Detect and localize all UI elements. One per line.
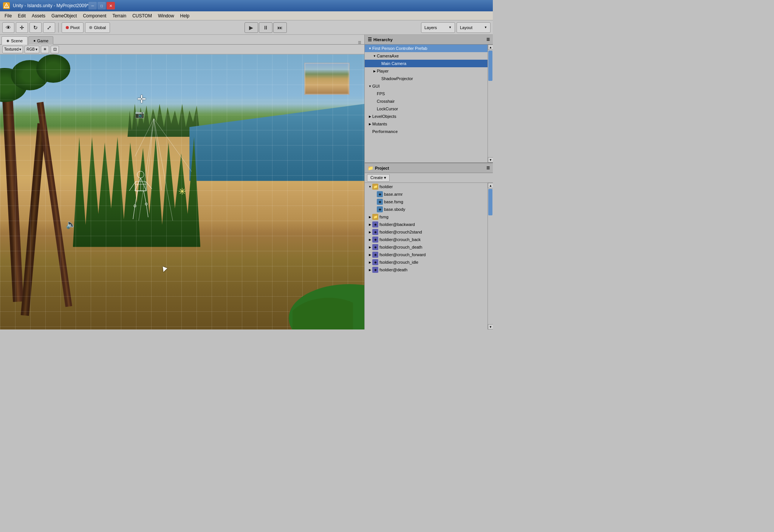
crosshair-label: Crosshair bbox=[377, 99, 395, 104]
proj-item-crouch-forward[interactable]: ▶ ◈ fsoldier@crouch_forward bbox=[365, 251, 488, 258]
game-tab-icon: ● bbox=[33, 39, 36, 43]
crouch2stand-label: fsoldier@crouch2stand bbox=[379, 230, 422, 234]
create-label: Create ▾ bbox=[370, 175, 386, 180]
left-panel: ◈ Scene ● Game ☰ Textured ▾ RGB ▾ ☀ ⊡ bbox=[0, 35, 364, 329]
textured-select[interactable]: Textured ▾ bbox=[2, 46, 23, 53]
project-menu[interactable]: ☰ bbox=[486, 166, 490, 170]
crouch-death-label: fsoldier@crouch_death bbox=[379, 245, 422, 249]
base-armr-icon: ◈ bbox=[377, 191, 383, 197]
hier-item-levelobjects[interactable]: ▶ LevelObjects bbox=[365, 113, 488, 120]
crouch-back-icon: ◈ bbox=[372, 237, 378, 243]
player-arrow: ▶ bbox=[372, 70, 377, 73]
crouch-death-icon: ◈ bbox=[372, 244, 378, 250]
hier-scroll-down[interactable]: ▼ bbox=[488, 157, 493, 162]
layers-dropdown[interactable]: Layers ▼ bbox=[421, 22, 455, 33]
global-button[interactable]: Global bbox=[85, 22, 110, 33]
step-button[interactable]: ⏭ bbox=[273, 22, 287, 33]
menu-assets[interactable]: Assets bbox=[29, 12, 48, 19]
proj-scroll-up[interactable]: ▲ bbox=[488, 183, 493, 188]
proj-scroll-track[interactable] bbox=[488, 188, 493, 324]
project-title: Project bbox=[375, 166, 389, 170]
hier-scroll-thumb[interactable] bbox=[488, 51, 492, 81]
menu-custom[interactable]: CUSTOM bbox=[129, 12, 155, 19]
proj-item-fsoldier-backward[interactable]: ▶ ◈ fsoldier@backward bbox=[365, 221, 488, 228]
close-button[interactable]: ✕ bbox=[107, 2, 115, 9]
menu-file[interactable]: File bbox=[2, 12, 15, 19]
menu-terrain[interactable]: Terrain bbox=[109, 12, 129, 19]
menu-edit[interactable]: Edit bbox=[15, 12, 29, 19]
hierarchy-header: ☰ Hierarchy ☰ bbox=[365, 35, 493, 45]
maincamera-label: Main Camera bbox=[381, 61, 406, 66]
pause-button[interactable]: ⏸ bbox=[259, 22, 272, 33]
proj-item-base-fsmg[interactable]: ◈ base.fsmg bbox=[365, 198, 488, 206]
hier-item-cameraaxe[interactable]: ▼ CameraAxe bbox=[365, 52, 488, 60]
hier-scroll-track[interactable] bbox=[488, 50, 493, 157]
eye-tool-button[interactable]: 👁 bbox=[2, 22, 14, 33]
hier-item-gui[interactable]: ▼ GUI bbox=[365, 82, 488, 90]
performance-label: Performance bbox=[372, 129, 398, 134]
sun-btn[interactable]: ☀ bbox=[41, 46, 49, 53]
layout-dropdown[interactable]: Layout ▼ bbox=[457, 22, 491, 33]
base-sbody-label: base.sbody bbox=[384, 207, 405, 212]
pivot-button[interactable]: Pivot bbox=[62, 22, 84, 33]
hier-item-mutants[interactable]: ▶ Mutants bbox=[365, 120, 488, 128]
menu-window[interactable]: Window bbox=[155, 12, 177, 19]
levelobjects-label: LevelObjects bbox=[372, 114, 396, 119]
hier-item-lockcursor[interactable]: LockCursor bbox=[365, 105, 488, 113]
hier-item-fps[interactable]: FPS bbox=[365, 90, 488, 97]
proj-item-crouch-death[interactable]: ▶ ◈ fsoldier@crouch_death bbox=[365, 243, 488, 251]
svg-point-8 bbox=[137, 171, 144, 178]
proj-item-base-armr[interactable]: ◈ base.armr bbox=[365, 190, 488, 198]
proj-scroll-thumb[interactable] bbox=[488, 189, 492, 215]
tab-scene[interactable]: ◈ Scene bbox=[2, 36, 28, 45]
scene-tab-bar: ◈ Scene ● Game ☰ bbox=[0, 35, 364, 45]
tab-game[interactable]: ● Game bbox=[28, 36, 53, 45]
fsmg-folder-icon: 📁 bbox=[372, 214, 378, 220]
hier-scroll-up[interactable]: ▲ bbox=[488, 45, 493, 50]
crouch-idle-icon: ◈ bbox=[372, 259, 378, 265]
scale-tool-button[interactable]: ⤢ bbox=[43, 22, 55, 33]
proj-item-crouch-idle[interactable]: ▶ ◈ fsoldier@crouch_idle bbox=[365, 258, 488, 266]
create-button[interactable]: Create ▾ bbox=[367, 174, 390, 182]
hier-item-crosshair[interactable]: Crosshair bbox=[365, 97, 488, 105]
hier-item-fpcp[interactable]: ▼ First Person Controller Prefab bbox=[365, 45, 488, 52]
fps-label: FPS bbox=[377, 91, 385, 96]
death-label: fsoldier@death bbox=[379, 268, 407, 272]
menu-component[interactable]: Component bbox=[80, 12, 109, 19]
mini-preview bbox=[304, 63, 350, 95]
hier-item-shadowprojector[interactable]: ShadowProjector bbox=[365, 75, 488, 82]
scene-viewport[interactable]: 📷 bbox=[0, 54, 364, 329]
proj-item-fsoldier[interactable]: ▼ 📁 fsoldier bbox=[365, 183, 488, 190]
move-tool-button[interactable]: ✛ bbox=[16, 22, 28, 33]
global-indicator bbox=[89, 26, 92, 29]
proj-scroll-down[interactable]: ▼ bbox=[488, 324, 493, 329]
menu-help[interactable]: Help bbox=[177, 12, 193, 19]
gui-label: GUI bbox=[372, 84, 380, 88]
hierarchy-menu[interactable]: ☰ bbox=[486, 37, 490, 42]
hier-item-performance[interactable]: Performance bbox=[365, 128, 488, 135]
fpcp-label: First Person Controller Prefab bbox=[372, 46, 427, 51]
base-fsmg-label: base.fsmg bbox=[384, 200, 403, 204]
proj-item-base-sbody[interactable]: ◈ base.sbody bbox=[365, 206, 488, 213]
hier-item-maincamera[interactable]: Main Camera bbox=[365, 60, 488, 67]
play-button[interactable]: ▶ bbox=[245, 22, 258, 33]
rgb-select[interactable]: RGB ▾ bbox=[25, 46, 39, 53]
proj-item-crouch-back[interactable]: ▶ ◈ fsoldier@crouch_back bbox=[365, 236, 488, 243]
mutants-label: Mutants bbox=[372, 122, 387, 126]
proj-item-death[interactable]: ▶ ◈ fsoldier@death bbox=[365, 266, 488, 274]
fsmg-arrow: ▶ bbox=[368, 215, 372, 219]
minimize-button[interactable]: ─ bbox=[88, 2, 97, 9]
proj-item-fsmg[interactable]: ▶ 📁 fsmg bbox=[365, 213, 488, 221]
hierarchy-panel: ☰ Hierarchy ☰ ▼ First Person Controller … bbox=[365, 35, 493, 163]
menu-gameobject[interactable]: GameObject bbox=[48, 12, 80, 19]
hier-item-player[interactable]: ▶ Player bbox=[365, 67, 488, 75]
scene-panel-menu[interactable]: ☰ bbox=[358, 40, 361, 45]
hierarchy-icon: ☰ bbox=[368, 37, 372, 42]
proj-item-crouch2stand[interactable]: ▶ ◈ fsoldier@crouch2stand bbox=[365, 228, 488, 236]
camera-btn[interactable]: ⊡ bbox=[51, 46, 59, 53]
global-label: Global bbox=[94, 25, 106, 30]
rotate-tool-button[interactable]: ↻ bbox=[29, 22, 42, 33]
title-bar: Unity - Islands.unity - MyProject2009* ─… bbox=[0, 0, 493, 11]
gui-arrow: ▼ bbox=[368, 85, 372, 88]
maximize-button[interactable]: □ bbox=[98, 2, 106, 9]
